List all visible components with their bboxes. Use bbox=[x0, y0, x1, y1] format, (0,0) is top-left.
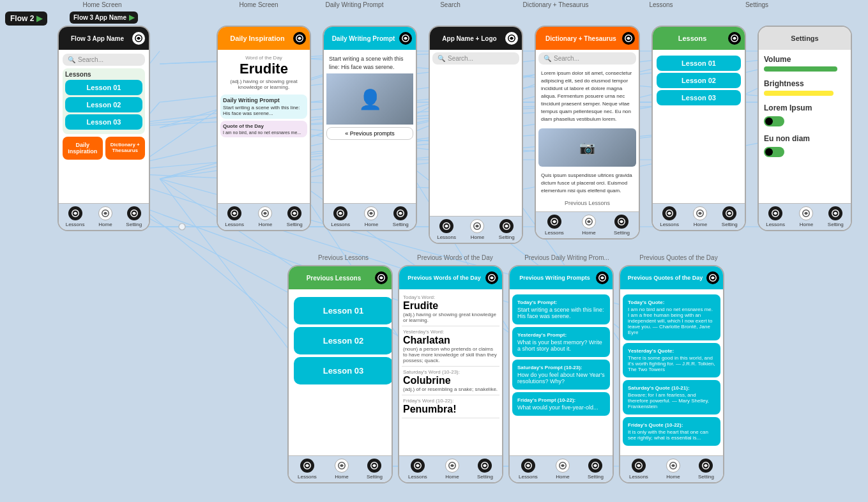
tab-home-label: Home bbox=[98, 222, 112, 227]
bottom-label-prev-quotes: Previous Quotes of the Day bbox=[623, 254, 735, 261]
lessons-title: Lessons bbox=[657, 34, 728, 42]
tab-home-4[interactable]: Home bbox=[470, 219, 484, 240]
tab-lessons-3[interactable]: Lessons bbox=[331, 206, 350, 227]
lessons-btn-03[interactable]: Lesson 03 bbox=[657, 90, 741, 105]
today-word-entry: Today's Word: Erudite (adj.) having or s… bbox=[402, 292, 499, 326]
search-input[interactable]: 🔍 Search... bbox=[432, 52, 519, 65]
flow2-chip[interactable]: Flow 2 ▶ bbox=[5, 11, 47, 26]
prev-prompts-screen: Previous Writing Prompts Today's Prompt:… bbox=[508, 265, 614, 483]
home-tab-icon-4 bbox=[470, 219, 484, 233]
dict-screen: Dictionary + Thesaurus 🔍 Search... Lorem… bbox=[532, 23, 643, 247]
yesterday-quote-entry: Yesterday's Quote: There is some good in… bbox=[623, 343, 720, 377]
tab-settings-7[interactable]: Setting bbox=[828, 206, 844, 227]
flow2-play-icon[interactable]: ▶ bbox=[36, 14, 42, 23]
lesson-btn-01[interactable]: Lesson 01 bbox=[65, 80, 142, 95]
lessons-screen: Lessons Lesson 01 Lesson 02 Lesson 03 Le… bbox=[649, 23, 749, 247]
tab-settings-6[interactable]: Setting bbox=[722, 206, 738, 227]
tab-settings-6-label: Setting bbox=[722, 222, 738, 227]
brightness-slider[interactable] bbox=[764, 91, 834, 96]
lessons-header: Lessons bbox=[653, 27, 745, 50]
prev-lesson-01[interactable]: Lesson 01 bbox=[294, 297, 393, 324]
dwp-title: Daily Writing Prompt bbox=[328, 35, 399, 42]
lessons-tab-icon-2 bbox=[227, 206, 241, 220]
settings-header: Settings bbox=[759, 27, 851, 50]
prev-words-tabbar: Lessons Home Setting bbox=[399, 455, 502, 482]
tab-home-6[interactable]: Home bbox=[693, 206, 707, 227]
prev-lesson-03[interactable]: Lesson 03 bbox=[294, 357, 393, 384]
tab-home-7[interactable]: Home bbox=[799, 206, 813, 227]
eu-non-label: Eu non diam bbox=[764, 134, 846, 143]
daily-inspiration-btn[interactable]: Daily Inspiration bbox=[63, 137, 103, 160]
tab-settings-4[interactable]: Setting bbox=[499, 219, 515, 240]
prev-words-settings-icon bbox=[478, 459, 492, 473]
lorem-toggle-knob bbox=[765, 118, 773, 125]
tab-settings-5[interactable]: Setting bbox=[614, 215, 630, 236]
tab-home-3[interactable]: Home bbox=[364, 206, 378, 227]
lessons-label: Lessons bbox=[65, 71, 142, 78]
tab-home-2[interactable]: Home bbox=[258, 206, 272, 227]
tab-prev-words-s[interactable]: Setting bbox=[477, 459, 493, 480]
prev-prompts-title: Previous Writing Prompts bbox=[514, 275, 596, 281]
home1-search[interactable]: 🔍 Search... bbox=[63, 54, 145, 66]
tab-prev-home-l[interactable]: Home bbox=[335, 459, 349, 480]
home-screen-1: Flow 3 App Name ▶ Flow 3 App Name 🔍 Sear… bbox=[55, 9, 153, 247]
settings-tab-icon-4 bbox=[499, 219, 514, 233]
search-icon: 🔍 bbox=[68, 56, 75, 63]
prev-lesson-02[interactable]: Lesson 02 bbox=[294, 327, 393, 354]
tab-home-5[interactable]: Home bbox=[582, 215, 596, 236]
screen-label-search: Search bbox=[402, 1, 498, 8]
tab-prev-quotes-l[interactable]: Lessons bbox=[629, 459, 648, 480]
dwp-tabbar: Lessons Home Setting bbox=[324, 203, 416, 230]
prev-prompts-btn[interactable]: « Previous prompts bbox=[326, 127, 413, 140]
tab-home-2-label: Home bbox=[259, 222, 272, 227]
tab-settings-2[interactable]: Setting bbox=[287, 206, 303, 227]
today-prompt-entry: Today's Prompt: Start writing a scene wi… bbox=[512, 294, 610, 324]
dict-search[interactable]: 🔍 Search... bbox=[538, 52, 636, 65]
saturday-quote-entry: Saturday's Quote (10-21): Beware; for I … bbox=[623, 380, 720, 415]
search-header: App Name + Logo bbox=[430, 27, 522, 50]
dwp-person-image: 👤 bbox=[326, 73, 413, 125]
home1-search-text: Search... bbox=[78, 56, 103, 63]
search-screen: App Name + Logo 🔍 Search... Lessons bbox=[426, 23, 526, 247]
home2-title: Daily Inspiration bbox=[222, 34, 293, 42]
tab-home-7-label: Home bbox=[800, 222, 813, 227]
tab-lessons-5[interactable]: Lessons bbox=[545, 215, 564, 236]
tab-lessons-7[interactable]: Lessons bbox=[766, 206, 785, 227]
tab-lessons-7-label: Lessons bbox=[766, 222, 785, 227]
tab-prev-quotes-h[interactable]: Home bbox=[666, 459, 680, 480]
volume-slider[interactable] bbox=[764, 66, 837, 72]
tab-prev-quotes-s[interactable]: Setting bbox=[698, 459, 714, 480]
tab-settings-4-label: Setting bbox=[499, 234, 515, 240]
tab-prev-words-h[interactable]: Home bbox=[445, 459, 459, 480]
dict-prev-lessons[interactable]: Previous Lessons bbox=[538, 197, 636, 209]
lorem-toggle[interactable] bbox=[764, 116, 784, 126]
tab-lessons-4[interactable]: Lessons bbox=[437, 219, 456, 240]
flow3-play-icon[interactable]: ▶ bbox=[129, 13, 134, 22]
prev-prompts-header: Previous Writing Prompts bbox=[510, 266, 613, 289]
tab-prev-settings-l-label: Setting bbox=[367, 474, 383, 480]
lessons-btn-02[interactable]: Lesson 02 bbox=[657, 73, 741, 88]
flow3-chip[interactable]: Flow 3 App Name ▶ bbox=[70, 11, 138, 24]
lesson-btn-02[interactable]: Lesson 02 bbox=[65, 97, 142, 112]
lessons-btn-01[interactable]: Lesson 01 bbox=[657, 56, 741, 71]
home2-word-of-day: Word of the Day Erudite (adj.) having or… bbox=[220, 52, 307, 93]
tab-prev-words-l[interactable]: Lessons bbox=[408, 459, 427, 480]
tab-prev-prompts-s[interactable]: Setting bbox=[588, 459, 604, 480]
tab-lessons-1[interactable]: Lessons bbox=[66, 206, 85, 227]
lesson-btn-03[interactable]: Lesson 03 bbox=[65, 114, 142, 130]
tab-settings-5-label: Setting bbox=[614, 230, 630, 236]
tab-prev-lessons-l[interactable]: Lessons bbox=[298, 459, 317, 480]
tab-home-1[interactable]: Home bbox=[98, 206, 112, 227]
dictionary-btn[interactable]: Dictionary + Thesaurus bbox=[105, 137, 146, 160]
tab-lessons-2[interactable]: Lessons bbox=[225, 206, 244, 227]
prev-words-home-icon bbox=[445, 459, 459, 473]
tab-prev-prompts-l[interactable]: Lessons bbox=[519, 459, 538, 480]
tab-lessons-6[interactable]: Lessons bbox=[660, 206, 679, 227]
prev-prompts-settings-icon bbox=[588, 459, 602, 473]
tab-prev-prompts-h[interactable]: Home bbox=[556, 459, 570, 480]
tab-prev-settings-l[interactable]: Setting bbox=[367, 459, 383, 480]
prev-quotes-home-icon bbox=[666, 459, 680, 473]
tab-settings-1[interactable]: Setting bbox=[126, 206, 142, 227]
eu-toggle[interactable] bbox=[764, 147, 784, 157]
tab-settings-3[interactable]: Setting bbox=[393, 206, 409, 227]
